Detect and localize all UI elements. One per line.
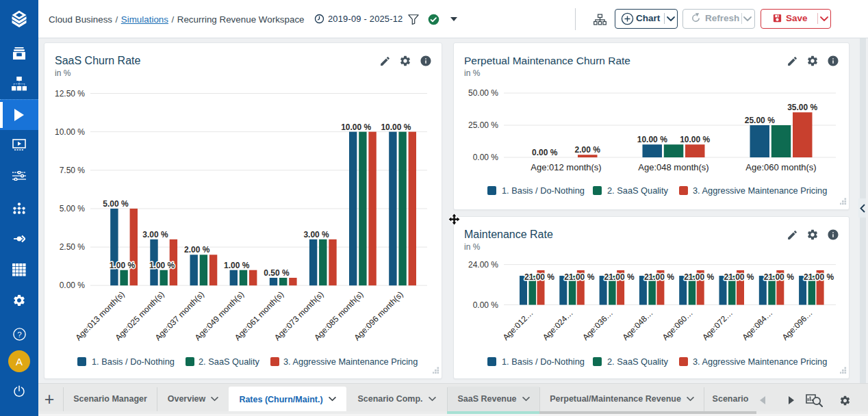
svg-text:0.00 %: 0.00 % xyxy=(532,148,558,157)
svg-text:21.00 %: 21.00 % xyxy=(724,272,754,282)
svg-text:2.50 %: 2.50 % xyxy=(60,242,86,252)
svg-text:2.00 %: 2.00 % xyxy=(184,245,210,255)
svg-text:21.00 %: 21.00 % xyxy=(764,272,794,282)
svg-text:Age:060…: Age:060… xyxy=(661,308,695,342)
svg-text:2. SaaS Quality: 2. SaaS Quality xyxy=(607,356,669,367)
svg-text:2.00 %: 2.00 % xyxy=(575,145,601,155)
svg-text:10.00 %: 10.00 % xyxy=(680,135,710,144)
svg-text:24.00 %: 24.00 % xyxy=(468,260,498,270)
svg-text:Age:060 month(s): Age:060 month(s) xyxy=(745,162,816,172)
svg-text:10.00 %: 10.00 % xyxy=(381,122,411,132)
svg-text:10.00 %: 10.00 % xyxy=(55,127,85,137)
svg-text:3. Aggressive Maintenance Pric: 3. Aggressive Maintenance Pricing xyxy=(693,356,827,367)
svg-text:1.00 %: 1.00 % xyxy=(149,261,175,270)
svg-text:2. SaaS Quality: 2. SaaS Quality xyxy=(607,185,669,196)
svg-text:50.00 %: 50.00 % xyxy=(468,88,498,98)
svg-text:Age:012 month(s): Age:012 month(s) xyxy=(531,162,601,172)
svg-text:5.00 %: 5.00 % xyxy=(103,199,129,209)
svg-text:0.00 %: 0.00 % xyxy=(473,300,499,310)
svg-text:1. Basis / Do-Nothing: 1. Basis / Do-Nothing xyxy=(502,185,585,196)
svg-text:Age:084…: Age:084… xyxy=(740,308,774,342)
svg-text:7.50 %: 7.50 % xyxy=(60,166,86,175)
svg-text:3. Aggressive Maintenance Pric: 3. Aggressive Maintenance Pricing xyxy=(283,356,418,367)
svg-text:Age:024…: Age:024… xyxy=(541,308,575,342)
svg-text:3.00 %: 3.00 % xyxy=(303,230,329,239)
svg-text:Age:048 month(s): Age:048 month(s) xyxy=(638,162,709,172)
svg-text:21.00 %: 21.00 % xyxy=(524,272,554,282)
svg-text:0.00 %: 0.00 % xyxy=(60,281,86,290)
svg-text:Age:036…: Age:036… xyxy=(580,308,615,342)
svg-text:1. Basis / Do-Nothing: 1. Basis / Do-Nothing xyxy=(502,356,585,367)
svg-text:25.00 %: 25.00 % xyxy=(745,116,775,125)
svg-text:21.00 %: 21.00 % xyxy=(604,272,635,282)
svg-text:Age:072…: Age:072… xyxy=(700,308,735,342)
svg-text:Age:012…: Age:012… xyxy=(501,308,535,342)
svg-text:0.00 %: 0.00 % xyxy=(473,153,499,162)
svg-text:5.00 %: 5.00 % xyxy=(60,204,86,213)
svg-text:10.00 %: 10.00 % xyxy=(637,135,667,144)
svg-text:21.00 %: 21.00 % xyxy=(644,272,674,282)
svg-text:3. Aggressive Maintenance Pric: 3. Aggressive Maintenance Pricing xyxy=(693,185,827,196)
svg-text:10.00 %: 10.00 % xyxy=(341,122,371,132)
svg-text:21.00 %: 21.00 % xyxy=(564,272,594,282)
svg-text:Age:096…: Age:096… xyxy=(780,308,815,342)
svg-text:3.00 %: 3.00 % xyxy=(142,230,168,239)
svg-text:21.00 %: 21.00 % xyxy=(684,272,714,282)
svg-text:Age:048…: Age:048… xyxy=(621,308,655,342)
svg-text:25.00 %: 25.00 % xyxy=(468,120,498,130)
svg-text:1.00 %: 1.00 % xyxy=(110,261,136,270)
svg-text:2. SaaS Quality: 2. SaaS Quality xyxy=(199,356,260,367)
svg-text:35.00 %: 35.00 % xyxy=(787,103,817,112)
svg-text:1.00 %: 1.00 % xyxy=(224,261,250,270)
svg-text:?: ? xyxy=(17,330,21,338)
svg-text:0.50 %: 0.50 % xyxy=(264,268,290,278)
svg-text:12.50 %: 12.50 % xyxy=(55,89,85,99)
svg-text:1. Basis / Do-Nothing: 1. Basis / Do-Nothing xyxy=(92,356,175,367)
svg-text:21.00 %: 21.00 % xyxy=(804,272,834,282)
